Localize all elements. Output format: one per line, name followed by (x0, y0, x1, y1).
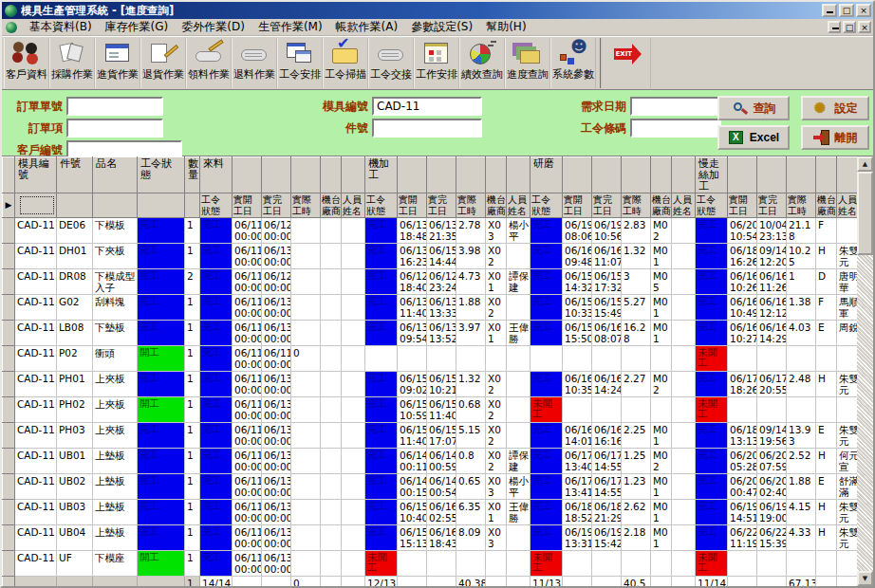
column-header-模具編號[interactable]: 模具編號 (15, 157, 57, 193)
subcolumn-header-工令狀態[interactable]: 工令狀態 (531, 193, 563, 218)
column-header-工令狀態[interactable]: 工令狀態 (138, 157, 185, 193)
scroll-thumb[interactable] (857, 172, 873, 255)
close-button[interactable]: × (856, 4, 871, 17)
row-selector[interactable] (3, 346, 15, 372)
row-selector[interactable] (3, 372, 15, 397)
subcolumn-header-實開工日[interactable]: 實開工日 (233, 193, 262, 218)
subcolumn-header-機台廠商[interactable]: 機台廠商 (321, 193, 342, 218)
group-header-研磨[interactable]: 研磨 (531, 157, 563, 193)
scroll-up-button[interactable]: ▲ (857, 156, 873, 172)
due-date-field[interactable] (630, 97, 721, 116)
toolbar-button-工令掃描[interactable]: ✔工令掃描 (323, 38, 368, 88)
toolbar-button-exit[interactable]: EXIT (600, 38, 651, 88)
subcolumn-header-實際工時[interactable]: 實際工時 (787, 193, 816, 218)
end-date-cell: 06/1618:43 (427, 525, 456, 551)
folder-check-icon: ✔ (330, 40, 361, 68)
subcolumn-header-實完工日[interactable]: 實完工日 (592, 193, 622, 218)
row-selector[interactable] (3, 244, 15, 269)
subcolumn-header-工令狀態[interactable]: 工令狀態 (200, 193, 233, 218)
group-header-機加工[interactable]: 機加工 (365, 157, 398, 193)
subcolumn-header-機台廠商[interactable]: 機台廠商 (486, 193, 507, 218)
barcode-field[interactable] (630, 119, 721, 138)
row-selector[interactable] (3, 218, 15, 244)
maximize-button[interactable]: □ (839, 4, 854, 17)
order-no-field[interactable] (66, 97, 163, 116)
menu-item-3[interactable]: 生管作業(M) (251, 18, 329, 37)
row-selector[interactable] (3, 397, 15, 423)
machine-cell: M01 (651, 500, 672, 525)
menu-item-6[interactable]: 幫助(H) (479, 18, 532, 37)
row-selector[interactable] (3, 525, 15, 551)
part-no-field[interactable] (372, 119, 482, 138)
child-minimize-button[interactable] (828, 21, 841, 33)
row-selector[interactable] (3, 423, 15, 449)
end-date-cell: 06/1400:54 (427, 474, 456, 500)
order-item-field[interactable] (66, 119, 163, 138)
toolbar-button-領料作業[interactable]: 領料作業 (186, 38, 232, 88)
toolbar-button-工令交接[interactable]: 工令交接 (368, 38, 414, 88)
toolbar-button-工作安排[interactable]: 工作安排 (414, 38, 459, 88)
toolbar-button-進度查詢[interactable]: 進度查詢 (505, 38, 550, 88)
toolbar-button-績效查詢[interactable]: 績效查詢 (459, 38, 505, 88)
settings-button[interactable]: ✺設定 (801, 96, 869, 120)
row-selector[interactable] (3, 551, 15, 577)
summary-blank (262, 577, 291, 587)
child-close-button[interactable]: × (858, 21, 871, 33)
query-button[interactable]: 查詢 (717, 96, 790, 120)
scroll-icon (376, 40, 406, 68)
row-selector[interactable] (3, 474, 15, 500)
column-header-數量[interactable]: 數量 (185, 157, 200, 193)
subcolumn-header-人員姓名[interactable]: 人員姓名 (507, 193, 531, 218)
subcolumn-header-實際工時[interactable]: 實際工時 (456, 193, 486, 218)
toolbar-button-採購作業[interactable]: 採購作業 (49, 38, 95, 88)
toolbar-button-工令安排[interactable]: 工令安排 (277, 38, 323, 88)
subcolumn-header-實完工日[interactable]: 實完工日 (757, 193, 787, 218)
mold-no-field[interactable] (372, 97, 482, 116)
machine-cell (321, 551, 342, 577)
subcolumn-header-實際工時[interactable]: 實際工時 (622, 193, 651, 218)
subcolumn-header-實際工時[interactable]: 實際工時 (291, 193, 321, 218)
menu-item-2[interactable]: 委外作業(D) (175, 18, 251, 37)
row-selector[interactable] (3, 500, 15, 525)
toolbar-button-系統參數[interactable]: ☻系統參數 (550, 38, 596, 88)
group-header-來料[interactable]: 來料 (200, 157, 233, 193)
row-selector[interactable] (3, 449, 15, 474)
subcolumn-header-人員姓名[interactable]: 人員姓名 (672, 193, 696, 218)
child-restore-button[interactable]: □ (843, 21, 856, 33)
column-header-件號[interactable]: 件號 (57, 157, 93, 193)
machine-cell: E (816, 474, 837, 500)
scroll-down-button[interactable]: ▼ (857, 571, 873, 586)
subcolumn-header-實完工日[interactable]: 實完工日 (262, 193, 291, 218)
child-window-icon[interactable] (6, 22, 17, 33)
toolbar-button-退料作業[interactable]: 退料作業 (232, 38, 277, 88)
toolbar-button-進貨作業[interactable]: 進貨作業 (95, 38, 140, 88)
menu-item-1[interactable]: 庫存作業(G) (99, 18, 176, 37)
exit-button[interactable]: 離開 (801, 125, 869, 150)
subcolumn-header-機台廠商[interactable]: 機台廠商 (651, 193, 672, 218)
toolbar-button-退貨作業[interactable]: 退貨作業 (140, 38, 186, 88)
subcolumn-header-人員姓名[interactable]: 人員姓名 (342, 193, 365, 218)
menu-item-0[interactable]: 基本資料(B) (23, 18, 99, 37)
subcolumn-header-實完工日[interactable]: 實完工日 (427, 193, 456, 218)
menu-item-5[interactable]: 參數設定(S) (404, 18, 479, 37)
row-selector[interactable] (3, 321, 15, 346)
group-header-慢走絲加工[interactable]: 慢走絲加工 (696, 157, 728, 193)
paper-pencil-icon (148, 40, 178, 68)
subcolumn-header-實開工日[interactable]: 實開工日 (398, 193, 427, 218)
subcolumn-header-實開工日[interactable]: 實開工日 (563, 193, 592, 218)
minimize-button[interactable] (822, 4, 837, 17)
query-form: ✔ 未結案 訂單單號訂單項客戶編號模具編號件號需求日期工令條碼查詢✺設定XExc… (2, 90, 873, 156)
toolbar-button-客戶資料[interactable]: 客戶資料 (4, 38, 49, 88)
table-row: CAD-11PH03上夾板完工1完工06/1100:0006/1300:00完工… (3, 423, 861, 449)
status-cell: 完工 (200, 321, 233, 346)
subcolumn-header-工令狀態[interactable]: 工令狀態 (696, 193, 728, 218)
subcolumn-header-機台廠商[interactable]: 機台廠商 (816, 193, 837, 218)
excel-button[interactable]: XExcel (717, 125, 790, 150)
subcolumn-header-工令狀態[interactable]: 工令狀態 (365, 193, 398, 218)
column-header-品名[interactable]: 品名 (93, 157, 138, 193)
subcolumn-header-實開工日[interactable]: 實開工日 (728, 193, 757, 218)
row-selector[interactable] (3, 295, 15, 321)
subheader-blank (138, 193, 185, 218)
group-header-blank (816, 157, 837, 193)
row-selector[interactable] (3, 269, 15, 295)
